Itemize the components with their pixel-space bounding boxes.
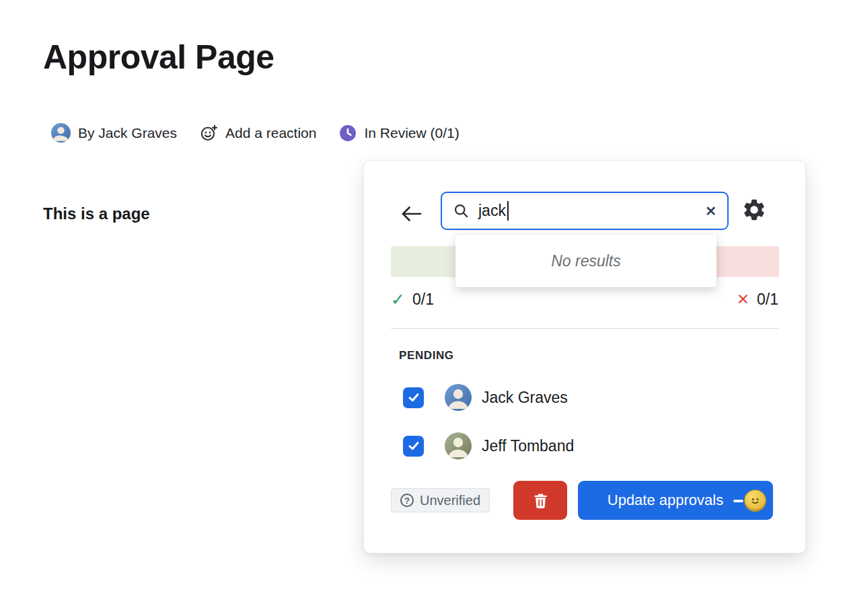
no-results-message: No results [551, 252, 621, 270]
page: Approval Page By Jack Graves Add a react… [0, 0, 845, 616]
update-approvals-label: Update approvals [608, 492, 723, 509]
gear-icon [741, 197, 767, 223]
page-title: Approval Page [43, 38, 274, 77]
user-avatar [445, 432, 472, 459]
status-label: In Review (0/1) [364, 125, 459, 141]
user-name: Jack Graves [482, 389, 568, 407]
search-results-dropdown: No results [455, 235, 717, 287]
byline-label: By Jack Graves [78, 125, 177, 141]
page-body-text: This is a page [43, 204, 150, 223]
approved-count-value: 0/1 [412, 291, 434, 309]
page-meta: By Jack Graves Add a reaction In Review … [51, 123, 460, 143]
check-icon: ✓ [391, 290, 405, 309]
author-avatar [51, 123, 71, 143]
add-reaction-label: Add a reaction [225, 125, 316, 141]
delete-button[interactable] [513, 481, 567, 520]
byline: By Jack Graves [51, 123, 177, 143]
user-checkbox[interactable] [403, 436, 424, 457]
user-name: Jeff Tomband [482, 437, 574, 455]
unverified-label: Unverified [420, 493, 480, 508]
search-icon [453, 202, 470, 219]
user-avatar [445, 384, 472, 411]
approval-counts: ✓ 0/1 ✕ 0/1 [391, 288, 778, 310]
reaction-icon [200, 124, 218, 142]
user-checkbox[interactable] [403, 387, 424, 408]
update-approvals-button[interactable]: Update approvals [578, 481, 773, 520]
pending-section-label: PENDING [399, 349, 454, 362]
approved-count: ✓ 0/1 [391, 290, 434, 309]
rejected-count-value: 0/1 [757, 291, 778, 309]
question-icon: ? [400, 494, 414, 507]
search-input[interactable]: jack ✕ [441, 192, 729, 230]
trash-icon [531, 492, 550, 510]
back-button[interactable] [399, 202, 429, 225]
divider [391, 328, 778, 329]
approvals-popover: jack ✕ No results ✓ 0/1 ✕ 0/1 [363, 160, 806, 553]
cross-icon: ✕ [737, 291, 749, 309]
rejected-count: ✕ 0/1 [737, 291, 778, 309]
search-value: jack [478, 202, 506, 220]
pending-user-row: Jeff Tomband [403, 431, 778, 461]
add-reaction-button[interactable]: Add a reaction [200, 124, 316, 142]
unverified-badge[interactable]: ? Unverified [391, 488, 490, 512]
text-caret [507, 201, 509, 221]
clear-search-icon[interactable]: ✕ [705, 203, 717, 219]
settings-button[interactable] [739, 195, 769, 225]
pending-user-row: Jack Graves [403, 383, 778, 412]
status-badge[interactable]: In Review (0/1) [339, 124, 459, 142]
arrow-left-icon [399, 204, 425, 224]
clock-icon [339, 124, 357, 142]
